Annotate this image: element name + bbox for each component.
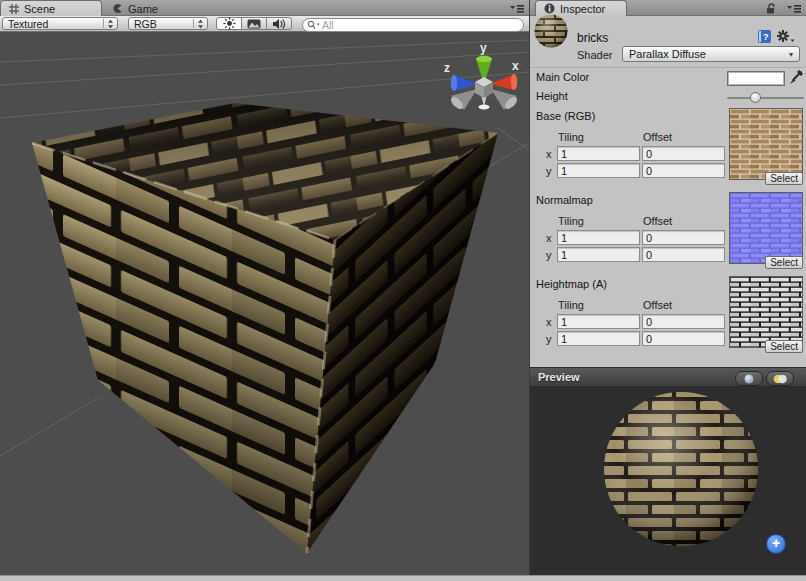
preview-title: Preview: [538, 371, 580, 383]
search-icon: [307, 20, 320, 30]
gizmo-z-axis[interactable]: z: [444, 61, 478, 91]
material-preview-sphere-icon: [533, 13, 569, 49]
normal-tiling-y-field[interactable]: [557, 247, 640, 262]
search-input[interactable]: [322, 19, 517, 31]
map-section-normal: Normalmap Tiling Offset x y Se: [530, 192, 806, 276]
height-slider[interactable]: [727, 91, 804, 105]
gizmo-y-label: y: [480, 41, 487, 55]
material-name: bricks: [577, 31, 608, 45]
scene-3d-view: y x z: [0, 32, 529, 575]
normal-offset-x-field[interactable]: [642, 230, 725, 245]
axis-y-label: y: [546, 249, 552, 261]
normal-tiling-x-field[interactable]: [557, 230, 640, 245]
map-section-base: Base (RGB) Tiling Offset x y S: [530, 108, 806, 192]
base-tiling-x-field[interactable]: [557, 146, 640, 161]
height-tiling-x-field[interactable]: [557, 314, 640, 329]
lighting-toggle-button[interactable]: [216, 17, 242, 30]
shader-dropdown[interactable]: Parallax Diffuse ▾: [622, 46, 800, 62]
skybox-toggle-button[interactable]: [241, 17, 267, 30]
scene-search-field[interactable]: [302, 18, 524, 32]
help-book-icon[interactable]: ?: [757, 29, 772, 44]
axis-x-label: x: [546, 316, 552, 328]
main-color-label: Main Color: [536, 71, 589, 83]
base-offset-x-field[interactable]: [642, 146, 725, 161]
height-label: Height: [536, 90, 568, 102]
map-name-label: Base (RGB): [536, 110, 595, 122]
eyedropper-icon[interactable]: [788, 69, 804, 86]
shader-value: Parallax Diffuse: [629, 48, 706, 60]
normalmap-select-button[interactable]: Select: [765, 256, 803, 269]
scene-panel: Scene Game Textured RGB: [0, 0, 529, 575]
scene-toolbar: Textured RGB: [0, 16, 529, 32]
preview-viewport[interactable]: +: [530, 386, 806, 575]
image-icon: [247, 19, 261, 29]
gizmo-z-label: z: [444, 61, 450, 75]
shader-label: Shader: [577, 49, 612, 61]
inspector-panel: Inspector: [530, 0, 806, 575]
offset-header: Offset: [643, 131, 672, 143]
map-section-height: Heightmap (A) Tiling Offset x y: [530, 276, 806, 360]
axis-x-label: x: [546, 232, 552, 244]
base-offset-y-field[interactable]: [642, 163, 725, 178]
main-color-swatch[interactable]: [727, 71, 785, 86]
section-separator: [530, 67, 806, 69]
preview-sphere-render: [530, 386, 806, 575]
brick-cube-object[interactable]: [32, 103, 498, 553]
tab-scene-label: Scene: [24, 3, 55, 15]
normalmap-texture-thumbnail[interactable]: Select: [729, 192, 803, 264]
two-lights-icon: [772, 374, 788, 384]
map-name-label: Normalmap: [536, 194, 593, 206]
base-select-button[interactable]: Select: [765, 172, 803, 185]
orientation-gizmo[interactable]: y x z: [444, 41, 519, 111]
slider-track[interactable]: [727, 97, 804, 99]
tiling-header: Tiling: [558, 131, 584, 143]
game-icon: [112, 3, 123, 14]
normal-offset-y-field[interactable]: [642, 247, 725, 262]
gizmo-center-cube[interactable]: [475, 77, 493, 98]
add-button[interactable]: +: [766, 534, 786, 554]
scene-tabbar: Scene Game: [0, 0, 529, 16]
tiling-header: Tiling: [558, 215, 584, 227]
axis-y-label: y: [546, 333, 552, 345]
dropdown-arrow-icon: ▾: [789, 50, 793, 59]
channels-dropdown[interactable]: RGB: [128, 17, 208, 30]
inspector-tabbar: Inspector: [530, 0, 806, 16]
axis-y-label: y: [546, 165, 552, 177]
preview-header[interactable]: Preview: [530, 367, 806, 386]
svg-text:?: ?: [763, 32, 769, 42]
base-texture-thumbnail[interactable]: Select: [729, 108, 803, 180]
height-tiling-y-field[interactable]: [557, 331, 640, 346]
inspector-panel-menu-icon[interactable]: [787, 4, 801, 13]
heightmap-texture-thumbnail[interactable]: Select: [729, 276, 803, 348]
preview-sphere-mode-button[interactable]: [735, 371, 763, 386]
map-name-label: Heightmap (A): [536, 278, 607, 290]
offset-header: Offset: [643, 215, 672, 227]
tab-scene[interactable]: Scene: [0, 0, 102, 16]
sun-icon: [223, 17, 236, 30]
tab-game-label: Game: [128, 3, 158, 15]
speaker-icon: [272, 18, 286, 30]
base-tiling-y-field[interactable]: [557, 163, 640, 178]
height-offset-y-field[interactable]: [642, 331, 725, 346]
tiling-header: Tiling: [558, 299, 584, 311]
offset-header: Offset: [643, 299, 672, 311]
heightmap-select-button[interactable]: Select: [765, 340, 803, 353]
axis-x-label: x: [546, 148, 552, 160]
sphere-icon: [744, 374, 754, 384]
scene-panel-menu-icon[interactable]: [510, 4, 524, 13]
gizmo-x-label: x: [512, 59, 519, 73]
lock-icon[interactable]: [765, 3, 777, 14]
gear-menu-icon[interactable]: [776, 29, 796, 44]
unity-editor-window: Scene Game Textured RGB: [0, 0, 806, 581]
updown-arrows-icon: [107, 19, 114, 29]
scene-viewport[interactable]: y x z: [0, 32, 529, 575]
audio-toggle-button[interactable]: [266, 17, 292, 30]
updown-arrows-icon: [197, 19, 204, 29]
channels-value: RGB: [134, 18, 157, 30]
preview-lighting-button[interactable]: [766, 371, 794, 386]
height-offset-x-field[interactable]: [642, 314, 725, 329]
status-bar: [0, 575, 806, 581]
draw-mode-dropdown[interactable]: Textured: [2, 17, 118, 30]
tab-game[interactable]: Game: [112, 1, 158, 16]
slider-thumb[interactable]: [750, 92, 761, 103]
